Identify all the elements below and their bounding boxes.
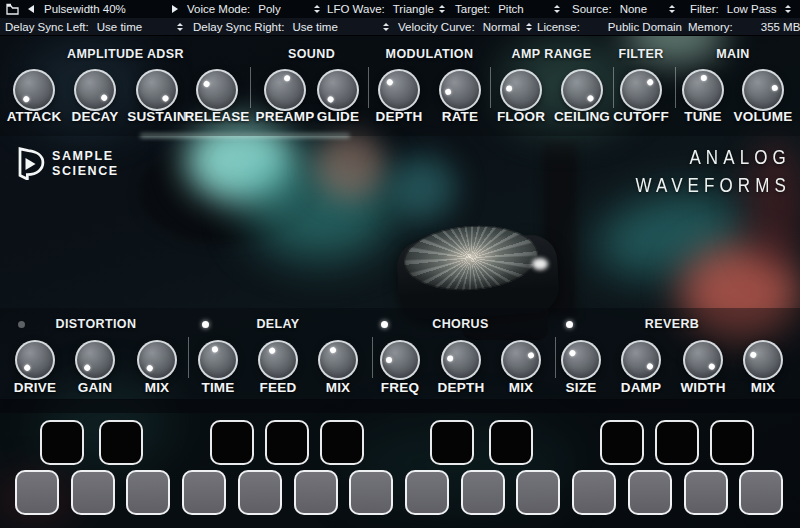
select-label: Filter:	[690, 3, 719, 15]
stepper-icon[interactable]	[383, 23, 389, 31]
white-key[interactable]	[126, 470, 170, 515]
white-key[interactable]	[238, 470, 282, 515]
info-license: License:Public Domain	[537, 18, 682, 36]
plugin-window: Pulsewidth 40% Voice Mode:PolyLFO Wave:T…	[0, 0, 800, 528]
white-key[interactable]	[405, 470, 449, 515]
header-row-2: Delay Sync Left:Use timeDelay Sync Right…	[0, 18, 800, 36]
preset-name[interactable]: Pulsewidth 40%	[44, 0, 126, 18]
select-value: Pitch	[498, 3, 524, 15]
info-value: Public Domain	[608, 21, 682, 33]
white-key[interactable]	[572, 470, 616, 515]
white-key[interactable]	[294, 470, 338, 515]
black-key[interactable]	[710, 420, 754, 465]
white-key[interactable]	[684, 470, 728, 515]
stepper-icon[interactable]	[554, 5, 560, 13]
black-key[interactable]	[600, 420, 644, 465]
preset-browser-icon[interactable]	[6, 3, 19, 17]
select-delay-sync-right[interactable]: Delay Sync Right:Use time	[193, 18, 389, 36]
select-label: LFO Wave:	[327, 3, 385, 15]
white-key[interactable]	[628, 470, 672, 515]
select-lfo-wave[interactable]: LFO Wave:Triangle	[327, 0, 445, 18]
black-key[interactable]	[655, 420, 699, 465]
select-target[interactable]: Target:Pitch	[455, 0, 560, 18]
keyboard	[0, 0, 800, 528]
select-label: Target:	[455, 3, 490, 15]
info-label: Memory:	[688, 21, 733, 33]
black-key[interactable]	[99, 420, 143, 465]
black-key[interactable]	[265, 420, 309, 465]
select-value: Poly	[258, 3, 280, 15]
info-value: 355 MB	[761, 21, 800, 33]
white-key[interactable]	[461, 470, 505, 515]
select-filter[interactable]: Filter:Low Pass	[690, 0, 791, 18]
select-velocity-curve[interactable]: Velocity Curve:Normal	[398, 18, 532, 36]
black-key[interactable]	[40, 420, 84, 465]
stepper-icon[interactable]	[526, 23, 532, 31]
stepper-icon[interactable]	[177, 23, 183, 31]
preset-next-icon[interactable]	[172, 5, 178, 13]
select-label: Voice Mode:	[187, 3, 250, 15]
white-key[interactable]	[739, 470, 783, 515]
stepper-icon[interactable]	[439, 5, 445, 13]
select-voice-mode[interactable]: Voice Mode:Poly	[187, 0, 320, 18]
select-value: Normal	[483, 21, 520, 33]
select-value: Use time	[97, 21, 142, 33]
select-value: Triangle	[393, 3, 434, 15]
info-label: License:	[537, 21, 580, 33]
stepper-icon[interactable]	[314, 5, 320, 13]
select-value: Use time	[292, 21, 337, 33]
white-key[interactable]	[516, 470, 560, 515]
top-menu-bar: Pulsewidth 40% Voice Mode:PolyLFO Wave:T…	[0, 0, 800, 36]
preset-prev-icon[interactable]	[28, 5, 34, 13]
stepper-icon[interactable]	[785, 5, 791, 13]
white-key[interactable]	[182, 470, 226, 515]
white-key[interactable]	[71, 470, 115, 515]
info-memory: Memory:355 MB	[688, 18, 800, 36]
select-source[interactable]: Source:None	[572, 0, 675, 18]
select-label: Velocity Curve:	[398, 21, 475, 33]
black-key[interactable]	[210, 420, 254, 465]
white-key[interactable]	[349, 470, 393, 515]
black-key[interactable]	[489, 420, 533, 465]
header-row-1: Pulsewidth 40% Voice Mode:PolyLFO Wave:T…	[0, 0, 800, 18]
stepper-icon[interactable]	[669, 5, 675, 13]
black-key[interactable]	[320, 420, 364, 465]
select-delay-sync-left[interactable]: Delay Sync Left:Use time	[5, 18, 183, 36]
white-key[interactable]	[15, 470, 59, 515]
select-label: Delay Sync Right:	[193, 21, 284, 33]
black-key[interactable]	[430, 420, 474, 465]
select-value: Low Pass	[727, 3, 777, 15]
select-label: Source:	[572, 3, 612, 15]
select-label: Delay Sync Left:	[5, 21, 89, 33]
select-value: None	[620, 3, 648, 15]
